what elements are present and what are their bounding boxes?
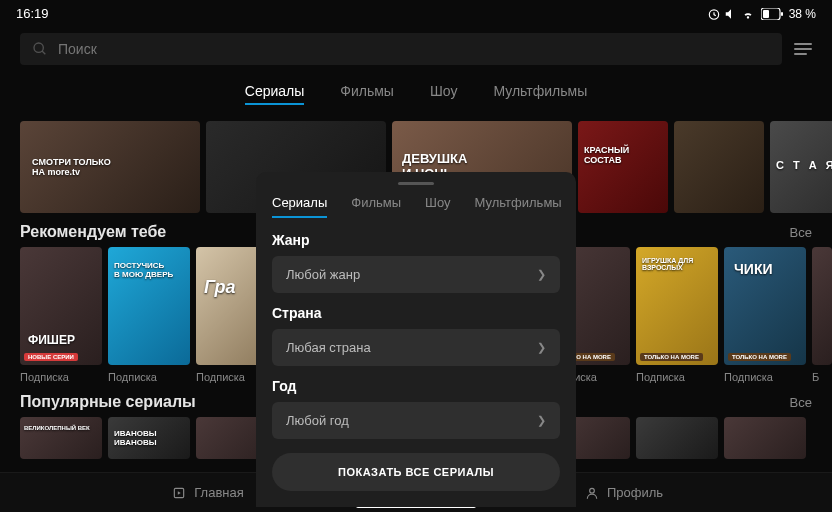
hero-card[interactable]: С Т А Я (770, 121, 832, 213)
battery-percent: 38 % (789, 7, 816, 21)
section-title-rec: Рекомендуем тебе (20, 223, 166, 241)
search-icon (32, 41, 48, 57)
alarm-icon (707, 7, 721, 21)
show-all-button[interactable]: ПОКАЗАТЬ ВСЕ СЕРИАЛЫ (272, 453, 560, 491)
wifi-icon (741, 7, 755, 21)
chevron-right-icon: ❯ (537, 268, 546, 281)
search-input[interactable] (58, 41, 770, 57)
svg-rect-3 (781, 12, 783, 16)
filter-select-country[interactable]: Любая страна ❯ (272, 329, 560, 366)
modal-tab-show[interactable]: Шоу (425, 195, 451, 218)
profile-icon (585, 486, 599, 500)
search-box[interactable] (20, 33, 782, 65)
tab-show[interactable]: Шоу (430, 79, 457, 105)
svg-point-6 (590, 488, 595, 493)
section-all-rec[interactable]: Все (790, 225, 812, 240)
content-card[interactable]: ЧИКИТОЛЬКО НА MORE Подписка (724, 247, 806, 383)
menu-button[interactable] (794, 43, 812, 55)
modal-tabs: Сериалы Фильмы Шоу Мультфильмы (272, 195, 560, 218)
chevron-right-icon: ❯ (537, 341, 546, 354)
filter-label-country: Страна (272, 305, 560, 321)
modal-tab-films[interactable]: Фильмы (351, 195, 401, 218)
filter-select-year[interactable]: Любой год ❯ (272, 402, 560, 439)
section-all-pop[interactable]: Все (790, 395, 812, 410)
clock: 16:19 (16, 6, 49, 21)
hero-card[interactable]: СМОТРИ ТОЛЬКОНА more.tv (20, 121, 200, 213)
filter-select-genre[interactable]: Любой жанр ❯ (272, 256, 560, 293)
content-card[interactable] (636, 417, 718, 459)
battery-icon (761, 8, 783, 20)
svg-rect-2 (763, 10, 769, 18)
modal-tab-cartoons[interactable]: Мультфильмы (475, 195, 562, 218)
content-card[interactable] (724, 417, 806, 459)
tab-cartoons[interactable]: Мультфильмы (493, 79, 587, 105)
tab-serials[interactable]: Сериалы (245, 79, 305, 105)
modal-tab-serials[interactable]: Сериалы (272, 195, 327, 218)
drag-handle[interactable] (398, 182, 434, 185)
content-card[interactable]: Б (812, 247, 832, 383)
content-card[interactable]: ФИШЕРНОВЫЕ СЕРИИ Подписка (20, 247, 102, 383)
svg-point-4 (34, 43, 43, 52)
hero-card[interactable]: КРАСНЫЙСОСТАВ (578, 121, 668, 213)
home-icon (172, 486, 186, 500)
filter-label-genre: Жанр (272, 232, 560, 248)
status-bar: 16:19 38 % (0, 0, 832, 27)
mute-icon (724, 7, 738, 21)
content-card[interactable]: ПОСТУЧИСЬВ МОЮ ДВЕРЬ Подписка (108, 247, 190, 383)
main-tabs: Сериалы Фильмы Шоу Мультфильмы (0, 71, 832, 109)
status-right: 38 % (707, 7, 816, 21)
content-card[interactable]: ВЕЛИКОЛЕПНЫЙ ВЕК (20, 417, 102, 459)
content-card[interactable]: ИГРУШКА ДЛЯВЗРОСЛЫХТОЛЬКО НА MORE Подпис… (636, 247, 718, 383)
content-card[interactable]: ИВАНОВЫИВАНОВЫ (108, 417, 190, 459)
section-title-pop: Популярные сериалы (20, 393, 196, 411)
filter-label-year: Год (272, 378, 560, 394)
filter-modal: Сериалы Фильмы Шоу Мультфильмы Жанр Любо… (256, 172, 576, 507)
tab-films[interactable]: Фильмы (340, 79, 394, 105)
hero-card[interactable] (674, 121, 764, 213)
chevron-right-icon: ❯ (537, 414, 546, 427)
